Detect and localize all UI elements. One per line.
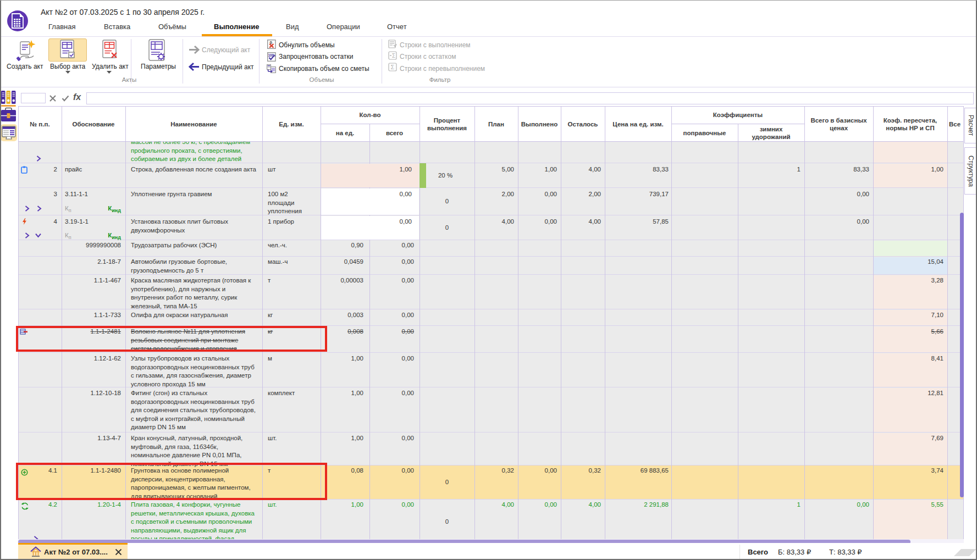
svg-text:Σ: Σ — [391, 64, 395, 70]
svg-text:Σ: Σ — [392, 53, 395, 59]
